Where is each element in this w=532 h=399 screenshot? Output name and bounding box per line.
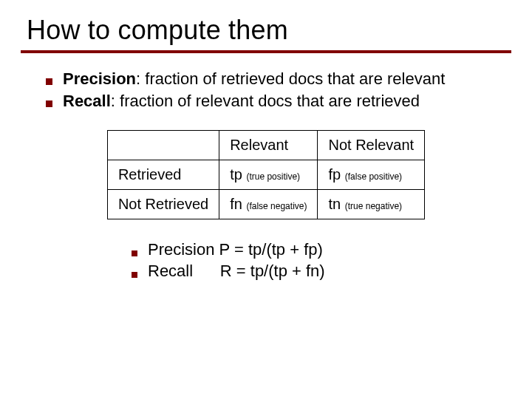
cell-tn: tn (true negative) [318,190,425,219]
bullet-square-icon [46,78,52,85]
row-label-retrieved: Retrieved [107,160,219,190]
cell-fp: fp (false positive) [318,160,425,190]
formula-recall: Recall R = tp/(tp + fn) [132,262,511,281]
header-empty [107,131,219,160]
definitions-list: Precision: fraction of retrieved docs th… [46,69,511,111]
cell-symbol: fn [230,196,242,212]
title-rule [21,50,511,53]
term-precision: Precision [63,69,136,88]
cell-symbol: tn [328,196,341,212]
confusion-table: Relevant Not Relevant Retrieved tp (true… [107,130,425,219]
definition-precision: Precision: fraction of retrieved docs th… [46,69,511,89]
bullet-square-icon [46,100,52,107]
slide: How to compute them Precision: fraction … [0,0,532,399]
definition-recall: Recall: fraction of relevant docs that a… [46,92,511,111]
slide-title: How to compute them [27,15,511,46]
table-row: Retrieved tp (true positive) fp (false p… [107,160,424,190]
text-precision: : fraction of retrieved docs that are re… [136,69,445,88]
cell-note: (true positive) [246,171,300,182]
cell-note: (true negative) [345,201,402,211]
definition-text: Recall: fraction of relevant docs that a… [63,92,420,111]
term-recall: Recall [63,92,111,110]
bullet-square-icon [132,250,137,256]
cell-note: (false positive) [345,171,402,182]
formula-text: Recall R = tp/(tp + fn) [148,262,325,281]
formula-precision: Precision P = tp/(tp + fp) [132,240,511,259]
definition-text: Precision: fraction of retrieved docs th… [63,69,445,89]
formula-text: Precision P = tp/(tp + fp) [148,240,323,259]
cell-note: (false negative) [246,201,307,211]
formulas-list: Precision P = tp/(tp + fp) Recall R = tp… [132,240,511,281]
bullet-square-icon [132,272,137,278]
cell-tp: tp (true positive) [219,160,318,190]
cell-symbol: tp [230,166,242,183]
header-not-relevant: Not Relevant [318,131,425,160]
cell-symbol: fp [328,166,341,183]
cell-fn: fn (false negative) [219,190,318,219]
row-label-not-retrieved: Not Retrieved [107,190,219,219]
text-recall: : fraction of relevant docs that are ret… [111,92,420,110]
table-row: Relevant Not Relevant [107,131,424,160]
table-row: Not Retrieved fn (false negative) tn (tr… [107,190,424,219]
header-relevant: Relevant [219,131,318,160]
